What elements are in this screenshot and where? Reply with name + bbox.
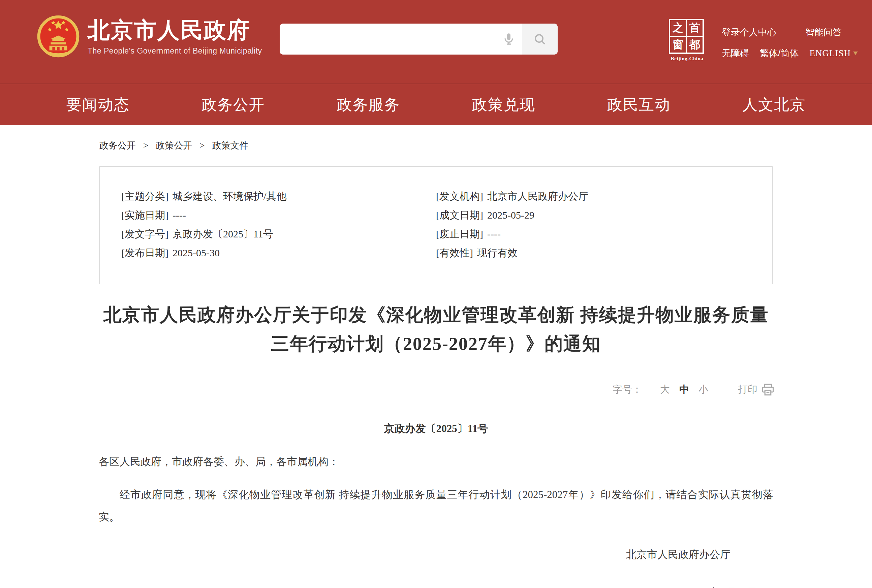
capital-window-logo[interactable]: 之 首 窗 都 Beijing-China bbox=[669, 19, 705, 62]
header-links-top: 登录个人中心 智能问答 bbox=[722, 26, 842, 38]
print-button[interactable]: 打印 bbox=[738, 382, 775, 397]
english-language-link[interactable]: ENGLISH bbox=[810, 48, 858, 58]
meta-value: ---- bbox=[173, 210, 186, 220]
article-toolbar: 字号： 大 中 小 打印 bbox=[0, 382, 872, 397]
breadcrumb-separator: > bbox=[143, 140, 148, 151]
meta-row-effective-date: [实施日期]---- bbox=[121, 206, 436, 225]
meta-row-topic: [主题分类]城乡建设、环境保护/其他 bbox=[121, 187, 436, 206]
meta-row-publish-date: [发布日期]2025-05-30 bbox=[121, 243, 436, 262]
meta-value: 京政办发〔2025〕11号 bbox=[173, 228, 273, 240]
seal-char: 之 bbox=[670, 20, 686, 36]
nav-item-gov-info[interactable]: 政务公开 bbox=[165, 84, 301, 125]
national-emblem-icon bbox=[37, 10, 80, 63]
meta-column-right: [发文机构]北京市人民政府办公厅 [成文日期]2025-05-29 [废止日期]… bbox=[436, 187, 772, 262]
nav-item-news[interactable]: 要闻动态 bbox=[30, 84, 165, 125]
salutation: 各区人民政府，市政府各委、办、局，各市属机构： bbox=[99, 454, 872, 469]
meta-label: [成文日期] bbox=[436, 210, 483, 220]
capital-window-seal-icon: 之 首 窗 都 bbox=[669, 19, 704, 54]
breadcrumb-link-policy-docs[interactable]: 政策文件 bbox=[212, 140, 248, 152]
primary-nav: 要闻动态 政务公开 政务服务 政策兑现 政民互动 人文北京 bbox=[0, 84, 872, 125]
search-bar bbox=[280, 24, 558, 54]
meta-label: [实施日期] bbox=[121, 210, 168, 220]
nav-item-policy-fulfillment[interactable]: 政策兑现 bbox=[436, 84, 571, 125]
site-subtitle: The People's Government of Beijing Munic… bbox=[87, 46, 262, 56]
page-title: 北京市人民政府办公厅关于印发《深化物业管理改革创新 持续提升物业服务质量 三年行… bbox=[0, 300, 872, 358]
language-variant-link[interactable]: 繁体/简体 bbox=[760, 47, 799, 59]
font-size-medium-button[interactable]: 中 bbox=[679, 383, 689, 396]
printer-icon bbox=[761, 382, 775, 397]
meta-row-issuing-agency: [发文机构]北京市人民政府办公厅 bbox=[436, 187, 772, 206]
font-size-small-button[interactable]: 小 bbox=[699, 383, 708, 396]
page-content: 政务公开 > 政策公开 > 政策文件 [主题分类]城乡建设、环境保护/其他 [实… bbox=[0, 140, 872, 588]
page-title-line1: 北京市人民政府办公厅关于印发《深化物业管理改革创新 持续提升物业服务质量 bbox=[0, 300, 872, 329]
font-size-large-button[interactable]: 大 bbox=[660, 383, 670, 396]
meta-value: 北京市人民政府办公厅 bbox=[487, 190, 588, 202]
site-header: 北京市人民政府 The People's Government of Beiji… bbox=[0, 0, 872, 84]
breadcrumb-separator: > bbox=[200, 140, 204, 151]
meta-value: 城乡建设、环境保护/其他 bbox=[173, 190, 286, 202]
login-link[interactable]: 登录个人中心 bbox=[722, 26, 776, 38]
document-meta-box: [主题分类]城乡建设、环境保护/其他 [实施日期]---- [发文字号]京政办发… bbox=[99, 166, 773, 284]
search-icon bbox=[532, 32, 547, 46]
font-size-label: 字号： bbox=[613, 383, 642, 396]
microphone-icon bbox=[502, 32, 516, 47]
meta-label: [发文机构] bbox=[436, 190, 483, 202]
meta-row-doc-number: [发文字号]京政办发〔2025〕11号 bbox=[121, 225, 436, 243]
chevron-down-icon bbox=[853, 51, 858, 55]
signature: 北京市人民政府办公厅 bbox=[0, 548, 872, 562]
accessibility-link[interactable]: 无障碍 bbox=[722, 47, 749, 59]
voice-search-button[interactable] bbox=[496, 24, 522, 54]
print-label: 打印 bbox=[738, 383, 758, 396]
nav-item-interaction[interactable]: 政民互动 bbox=[571, 84, 706, 125]
meta-row-repeal-date: [废止日期]---- bbox=[436, 225, 772, 243]
english-language-label: ENGLISH bbox=[810, 48, 851, 58]
seal-char: 首 bbox=[687, 20, 703, 36]
seal-char: 都 bbox=[687, 37, 703, 53]
smart-qa-link[interactable]: 智能问答 bbox=[805, 26, 842, 38]
seal-caption: Beijing-China bbox=[669, 56, 705, 62]
seal-char: 窗 bbox=[670, 37, 686, 53]
meta-label: [发布日期] bbox=[121, 247, 168, 258]
site-title: 北京市人民政府 bbox=[87, 18, 262, 42]
meta-row-written-date: [成文日期]2025-05-29 bbox=[436, 206, 772, 225]
breadcrumb: 政务公开 > 政策公开 > 政策文件 bbox=[99, 140, 872, 152]
meta-value: 现行有效 bbox=[477, 247, 517, 258]
meta-label: [废止日期] bbox=[436, 228, 483, 240]
site-logo[interactable]: 北京市人民政府 The People's Government of Beiji… bbox=[37, 10, 262, 63]
document-date: 2025年5月29日 bbox=[0, 585, 872, 588]
body-paragraph: 经市政府同意，现将《深化物业管理改革创新 持续提升物业服务质量三年行动计划（20… bbox=[99, 484, 773, 528]
nav-item-culture[interactable]: 人文北京 bbox=[707, 84, 842, 125]
search-button[interactable] bbox=[522, 24, 558, 54]
meta-label: [主题分类] bbox=[121, 190, 168, 202]
header-links-bottom: 无障碍 繁体/简体 ENGLISH bbox=[722, 47, 858, 59]
document-number: 京政办发〔2025〕11号 bbox=[0, 422, 872, 436]
nav-item-gov-services[interactable]: 政务服务 bbox=[301, 84, 436, 125]
meta-value: 2025-05-29 bbox=[487, 210, 534, 220]
meta-column-left: [主题分类]城乡建设、环境保护/其他 [实施日期]---- [发文字号]京政办发… bbox=[100, 187, 436, 262]
meta-row-validity: [有效性]现行有效 bbox=[436, 243, 772, 262]
page-title-line2: 三年行动计划（2025-2027年）》的通知 bbox=[0, 329, 872, 358]
breadcrumb-link-gov-info[interactable]: 政务公开 bbox=[99, 140, 136, 152]
meta-value: ---- bbox=[487, 228, 501, 240]
search-input[interactable] bbox=[280, 24, 496, 54]
meta-value: 2025-05-30 bbox=[173, 247, 220, 258]
meta-label: [有效性] bbox=[436, 247, 473, 258]
breadcrumb-link-policy-open[interactable]: 政策公开 bbox=[156, 140, 192, 152]
meta-label: [发文字号] bbox=[121, 228, 168, 240]
